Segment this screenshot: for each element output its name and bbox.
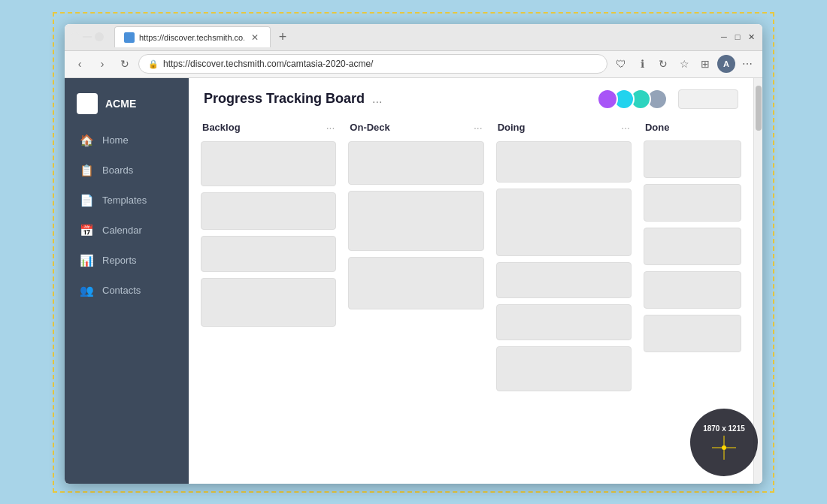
column-backlog: Backlog ··· — [201, 117, 336, 476]
board-header: Progress Tracking Board ... — [189, 78, 753, 117]
restore-icon[interactable]: □ — [732, 32, 743, 42]
sidebar-label-contacts: Contacts — [102, 285, 141, 296]
card[interactable] — [201, 236, 336, 272]
card[interactable] — [644, 228, 741, 265]
scrollbar-thumb[interactable] — [756, 86, 762, 131]
column-header-doing: Doing ··· — [496, 117, 632, 141]
window-action-buttons: ─ □ ✕ — [719, 32, 756, 42]
column-cards-backlog — [201, 141, 336, 476]
dimension-overlay: 1870 x 1215 — [690, 409, 758, 476]
address-bar: ‹ › ↻ 🔒 https://discover.techsmith.com/c… — [65, 51, 762, 78]
sidebar-item-boards[interactable]: 📋 Boards — [68, 156, 186, 185]
card[interactable] — [201, 192, 336, 230]
refresh-button[interactable]: ↻ — [116, 55, 134, 73]
sidebar-item-contacts[interactable]: 👥 Contacts — [68, 276, 186, 305]
card[interactable] — [348, 141, 483, 185]
app-content: ACME 🏠 Home 📋 Boards 📄 Templates — [65, 78, 762, 484]
card[interactable] — [644, 315, 741, 352]
back-button[interactable]: ‹ — [71, 55, 89, 73]
minimize-icon[interactable]: ─ — [719, 32, 729, 42]
sidebar: ACME 🏠 Home 📋 Boards 📄 Templates — [65, 78, 189, 484]
card[interactable] — [644, 140, 741, 178]
card[interactable] — [496, 346, 632, 391]
search-box[interactable] — [678, 89, 738, 109]
app-name: ACME — [105, 98, 136, 110]
shield-icon[interactable]: 🛡 — [612, 55, 630, 73]
sidebar-item-reports[interactable]: 📊 Reports — [68, 246, 186, 275]
column-cards-doing — [496, 141, 632, 476]
home-icon: 🏠 — [80, 134, 93, 147]
window-close-button[interactable] — [71, 32, 80, 41]
window-minimize-button[interactable] — [83, 36, 92, 38]
tab-favicon — [124, 32, 135, 43]
column-header-on-deck: On-Deck ··· — [348, 117, 483, 141]
boards-icon: 📋 — [80, 164, 93, 177]
column-header-done: Done — [644, 117, 741, 140]
window-controls — [71, 32, 104, 41]
board-title-row: Progress Tracking Board ... — [204, 91, 382, 107]
tab-bar: https://discover.techsmith.co... ✕ + — [114, 26, 714, 47]
column-title-backlog: Backlog — [202, 122, 241, 133]
bookmark-icon[interactable]: ☆ — [675, 55, 693, 73]
sidebar-label-reports: Reports — [102, 255, 137, 266]
card[interactable] — [496, 189, 632, 256]
info-icon[interactable]: ℹ — [633, 55, 651, 73]
dimension-text: 1870 x 1215 — [703, 424, 745, 433]
calendar-icon: 📅 — [80, 224, 93, 237]
card[interactable] — [201, 141, 336, 186]
window-maximize-button[interactable] — [95, 32, 104, 41]
tab-close-button[interactable]: ✕ — [249, 32, 261, 44]
column-title-done: Done — [645, 122, 670, 133]
column-header-backlog: Backlog ··· — [201, 117, 336, 141]
collections-icon[interactable]: ⊞ — [696, 55, 714, 73]
address-input[interactable]: 🔒 https://discover.techsmith.com/camtasi… — [138, 54, 607, 74]
card[interactable] — [348, 191, 483, 251]
new-tab-button[interactable]: + — [274, 28, 292, 46]
browser-titlebar: https://discover.techsmith.co... ✕ + ─ □… — [65, 24, 762, 51]
contacts-icon: 👥 — [80, 284, 93, 297]
sidebar-label-calendar: Calendar — [102, 225, 142, 236]
reports-icon: 📊 — [80, 254, 93, 267]
logo-icon — [77, 93, 98, 114]
sidebar-label-home: Home — [102, 134, 129, 146]
refresh-icon[interactable]: ↻ — [654, 55, 672, 73]
board-more-button[interactable]: ... — [372, 92, 382, 106]
card[interactable] — [348, 257, 483, 309]
browser-tab-active[interactable]: https://discover.techsmith.co... ✕ — [114, 26, 271, 47]
profile-avatar[interactable]: A — [717, 55, 735, 73]
card[interactable] — [644, 184, 741, 222]
card[interactable] — [496, 304, 632, 340]
address-bar-actions: 🛡 ℹ ↻ ☆ ⊞ A ⋯ — [612, 55, 756, 73]
card[interactable] — [201, 278, 336, 327]
column-cards-on-deck — [348, 141, 483, 476]
sidebar-item-calendar[interactable]: 📅 Calendar — [68, 216, 186, 245]
sidebar-item-home[interactable]: 🏠 Home — [68, 126, 186, 155]
column-more-on-deck[interactable]: ··· — [474, 122, 483, 134]
crosshair-center — [722, 445, 726, 450]
column-more-doing[interactable]: ··· — [621, 122, 630, 134]
column-on-deck: On-Deck ··· — [348, 117, 483, 476]
card[interactable] — [644, 271, 741, 309]
column-title-doing: Doing — [498, 122, 526, 133]
scrollbar[interactable] — [753, 78, 762, 484]
tab-title: https://discover.techsmith.co... — [139, 33, 244, 42]
sidebar-label-boards: Boards — [102, 164, 133, 176]
close-icon[interactable]: ✕ — [746, 32, 756, 42]
card[interactable] — [496, 141, 632, 183]
more-options-icon[interactable]: ⋯ — [738, 55, 756, 73]
column-title-on-deck: On-Deck — [350, 122, 389, 133]
board-title: Progress Tracking Board — [204, 91, 365, 107]
card[interactable] — [496, 262, 632, 298]
avatar-group — [597, 89, 668, 110]
forward-button[interactable]: › — [93, 55, 111, 73]
sidebar-nav: 🏠 Home 📋 Boards 📄 Templates 📅 Calendar — [65, 126, 189, 305]
column-doing: Doing ··· — [496, 117, 632, 476]
board-area: Backlog ··· On-Deck — [189, 117, 753, 484]
outer-frame: https://discover.techsmith.co... ✕ + ─ □… — [53, 12, 774, 493]
templates-icon: 📄 — [80, 194, 93, 207]
crosshair-icon — [712, 436, 736, 460]
lock-icon: 🔒 — [148, 59, 159, 69]
avatar-1 — [597, 89, 618, 110]
column-more-backlog[interactable]: ··· — [326, 122, 335, 134]
sidebar-item-templates[interactable]: 📄 Templates — [68, 186, 186, 215]
